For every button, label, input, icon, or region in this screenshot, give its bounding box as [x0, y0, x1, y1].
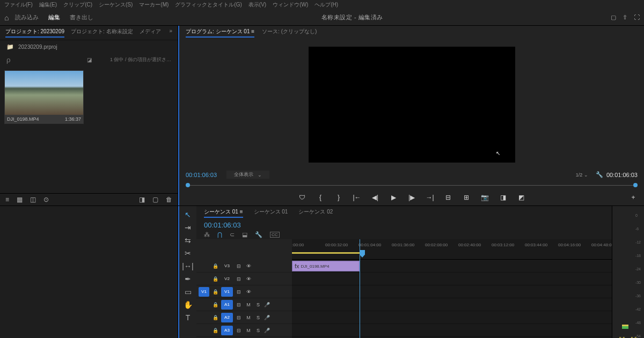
cc-icon[interactable]: CC [270, 232, 280, 238]
resolution-dropdown[interactable]: 1/2 ⌄ [576, 172, 588, 178]
menu-marker[interactable]: マーカー(M) [139, 1, 169, 9]
menu-file[interactable]: ファイル(F) [4, 1, 33, 9]
snap-icon[interactable]: ⋂ [217, 231, 222, 238]
bottom-left-spacer [0, 206, 178, 338]
project-filename: 20230209.prproj [18, 44, 57, 50]
program-timecode-in[interactable]: 00:01:06:03 [186, 172, 217, 178]
media-browser-tab[interactable]: メディア [140, 28, 161, 38]
button-editor-icon[interactable]: + [629, 194, 638, 201]
lane-a2[interactable] [292, 311, 612, 324]
track-a1-header[interactable]: 🔒 A1 ⊟MS🎤 [196, 298, 292, 311]
go-in-icon[interactable]: |← [353, 194, 361, 201]
lane-a1[interactable] [292, 298, 612, 311]
track-v1-header[interactable]: V1🔒 V1 ⊟👁 [196, 285, 292, 298]
share-icon[interactable]: ⇧ [623, 14, 627, 21]
linked-selection-icon[interactable]: ⊂ [230, 231, 235, 238]
export-frame-icon[interactable]: 📷 [480, 194, 489, 201]
rectangle-tool-icon[interactable]: ▭ [185, 288, 192, 296]
fullscreen-icon[interactable]: ⛶ [634, 14, 640, 21]
sequence-tab-1b[interactable]: シーケンス 01 [254, 208, 288, 218]
lane-v3[interactable]: fx DJI_0198.MP4 [292, 260, 612, 273]
project-tab-active[interactable]: プロジェクト: 20230209 [5, 28, 64, 38]
razor-tool-icon[interactable]: ✂ [185, 249, 191, 258]
source-tab[interactable]: ソース: (クリップなし) [262, 28, 317, 38]
type-tool-icon[interactable]: T [186, 313, 191, 322]
sequence-tab-1[interactable]: シーケンス 01 ≡ [204, 208, 243, 218]
clip-duration: 1:36:37 [65, 116, 81, 122]
step-fwd-icon[interactable]: |▶ [407, 194, 416, 201]
zoom-slider[interactable]: ⊙ [43, 196, 49, 203]
program-scrubber[interactable] [186, 181, 638, 190]
play-icon[interactable]: ▶ [389, 194, 398, 201]
panel-menu-icon[interactable]: » [169, 28, 172, 38]
track-a3-header[interactable]: 🔒 A3 ⊟MS🎤 [196, 324, 292, 337]
new-item-icon[interactable]: ◨ [139, 196, 145, 203]
lane-v1[interactable] [292, 285, 612, 298]
timeline-ruler[interactable]: :00:00 00:00:32:00 00:01:04:00 00:01:36:… [292, 239, 612, 260]
project-tab-2[interactable]: プロジェクト: 名称未設定 [71, 28, 133, 38]
mode-export[interactable]: 書き出し [70, 13, 93, 21]
settings-tl-icon[interactable]: 🔧 [255, 231, 262, 238]
hand-tool-icon[interactable]: ✋ [184, 300, 193, 309]
step-back-icon[interactable]: ◀| [371, 194, 379, 201]
extract-icon[interactable]: ⊞ [462, 194, 471, 201]
menu-sequence[interactable]: シーケンス(S) [99, 1, 133, 9]
mark-out-icon[interactable]: } [334, 194, 343, 201]
marker-icon[interactable]: 🛡 [298, 194, 306, 201]
comparison-icon[interactable]: ◨ [499, 194, 507, 201]
mode-import[interactable]: 読み込み [15, 13, 39, 21]
menu-help[interactable]: ヘルプ(H) [314, 1, 338, 9]
menu-edit[interactable]: 編集(E) [39, 1, 57, 9]
scrubber-in-handle[interactable] [186, 183, 190, 187]
search-input[interactable] [6, 56, 82, 64]
delete-icon[interactable]: 🗑 [166, 196, 172, 203]
safe-margin-icon[interactable]: ◩ [517, 194, 525, 201]
list-view-icon[interactable]: ≡ [5, 196, 9, 203]
menu-clip[interactable]: クリップ(C) [63, 1, 92, 9]
nest-icon[interactable]: ⁂ [204, 231, 210, 238]
track-v3-header[interactable]: 🔒 V3 ⊟👁 [196, 260, 292, 273]
slip-tool-icon[interactable]: |↔| [182, 262, 193, 270]
menu-view[interactable]: 表示(V) [248, 1, 266, 9]
icon-view-icon[interactable]: ▦ [17, 196, 23, 203]
go-out-icon[interactable]: →| [426, 194, 434, 201]
program-monitor-panel: プログラム: シーケンス 01 ≡ ソース: (クリップなし) ↖ 00:01:… [178, 26, 644, 205]
clip-thumbnail[interactable]: DJI_0198.MP4 1:36:37 [4, 70, 84, 124]
selection-tool-icon[interactable]: ↖ [185, 210, 191, 219]
app-title: 名称未設定 - 編集済み [93, 13, 611, 21]
lane-v2[interactable] [292, 273, 612, 285]
lane-a3[interactable] [292, 324, 612, 337]
scrubber-out-handle[interactable] [633, 183, 638, 187]
zoom-fit-dropdown[interactable]: 全体表示 ⌄ [226, 171, 269, 179]
video-clip[interactable]: fx DJI_0198.MP4 [292, 261, 360, 271]
program-timecode-out[interactable]: 00:01:06:03 [606, 172, 638, 178]
menu-window[interactable]: ウィンドウ(W) [273, 1, 308, 9]
ripple-tool-icon[interactable]: ⇆ [185, 236, 191, 245]
menu-graphics[interactable]: グラフィックとタイトル(G) [175, 1, 241, 9]
mode-edit[interactable]: 編集 [48, 13, 60, 21]
work-area-bar[interactable] [292, 252, 361, 254]
mark-in-icon[interactable]: { [316, 194, 325, 201]
playhead-line[interactable] [360, 239, 360, 338]
track-a2-header[interactable]: 🔒 A2 ⊟MS🎤 [196, 311, 292, 324]
quick-export-icon[interactable]: ▢ [611, 14, 616, 21]
track-select-tool-icon[interactable]: ⇥ [185, 223, 191, 232]
new-bin-icon[interactable]: ◪ [87, 57, 92, 63]
track-v2-header[interactable]: 🔒 V2 ⊟👁 [196, 273, 292, 285]
folder-icon[interactable] [6, 43, 14, 50]
thumbnail-image [5, 71, 83, 115]
timeline-tracks[interactable]: :00:00 00:00:32:00 00:01:04:00 00:01:36:… [292, 239, 612, 338]
timeline-timecode[interactable]: 00:01:06:03 [204, 221, 241, 229]
settings-icon[interactable]: 🔧 [596, 171, 603, 178]
bin-area[interactable]: DJI_0198.MP4 1:36:37 [0, 66, 178, 193]
new-bin-btn-icon[interactable]: ▢ [152, 196, 158, 203]
lift-icon[interactable]: ⊟ [444, 194, 452, 201]
playhead-handle[interactable] [360, 250, 365, 258]
program-monitor[interactable]: ↖ [309, 47, 515, 163]
pen-tool-icon[interactable]: ✒ [185, 275, 191, 283]
program-tab[interactable]: プログラム: シーケンス 01 ≡ [186, 28, 254, 38]
marker-tl-icon[interactable]: ⬓ [242, 231, 247, 238]
home-icon[interactable]: ⌂ [4, 13, 9, 22]
sequence-tab-2[interactable]: シーケンス 02 [298, 208, 333, 218]
freeform-view-icon[interactable]: ◫ [30, 196, 36, 203]
